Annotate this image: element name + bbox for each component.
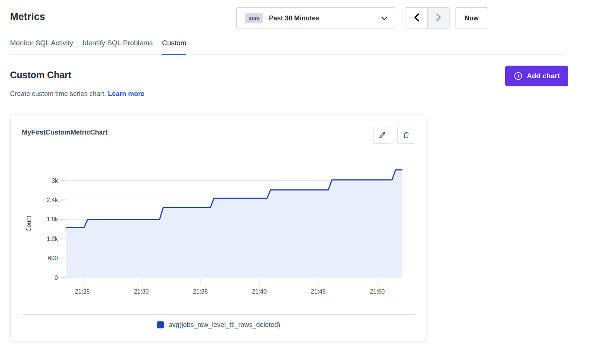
svg-text:21:40: 21:40 (252, 288, 267, 295)
tab-custom[interactable]: Custom (162, 38, 186, 54)
tab-bar: Monitor SQL Activity Identify SQL Proble… (10, 38, 565, 55)
svg-text:1.8k: 1.8k (47, 216, 58, 222)
prev-time-button[interactable] (405, 8, 428, 29)
legend-divider (22, 314, 415, 315)
next-time-button[interactable] (428, 8, 450, 29)
add-chart-button[interactable]: Add chart (505, 66, 568, 86)
chart-card-title: MyFirstCustomMetricChart (22, 129, 108, 136)
plus-circle-icon (514, 72, 523, 80)
svg-text:0: 0 (55, 275, 58, 281)
legend-swatch (157, 321, 164, 328)
chart-legend: avg(jobs_row_level_ttl_rows_deleted) (11, 321, 427, 329)
chart-card-actions (374, 126, 415, 144)
custom-metric-chart: 06001.2k1.8k2.4k3k21:2521:3021:3521:4021… (22, 152, 417, 304)
section-description: Create custom time series chart. Learn m… (10, 90, 144, 98)
now-button-label: Now (465, 14, 479, 22)
svg-text:21:25: 21:25 (75, 288, 90, 295)
time-range-select[interactable]: 30m Past 30 Minutes (236, 7, 396, 29)
time-range-label: Past 30 Minutes (269, 14, 319, 22)
chevron-right-icon (436, 13, 442, 23)
time-range-badge: 30m (245, 13, 263, 23)
svg-text:21:30: 21:30 (134, 288, 149, 295)
legend-label: avg(jobs_row_level_ttl_rows_deleted) (168, 321, 280, 329)
edit-chart-button[interactable] (374, 126, 391, 144)
svg-text:600: 600 (48, 255, 58, 261)
metrics-page: Metrics 30m Past 30 Minutes Now Monitor … (0, 0, 612, 364)
tab-identify-sql-problems[interactable]: Identify SQL Problems (82, 38, 152, 54)
time-pager (405, 7, 450, 29)
svg-text:21:45: 21:45 (311, 288, 326, 295)
svg-text:21:35: 21:35 (193, 288, 208, 295)
now-button[interactable]: Now (455, 7, 488, 29)
section-heading: Custom Chart (10, 70, 71, 80)
svg-text:1.2k: 1.2k (47, 236, 58, 242)
chevron-down-icon (381, 16, 388, 22)
page-title: Metrics (10, 11, 45, 23)
svg-text:2.4k: 2.4k (47, 197, 58, 203)
svg-text:Count: Count (26, 216, 32, 232)
svg-text:21:50: 21:50 (370, 288, 385, 295)
add-chart-label: Add chart (527, 72, 560, 80)
trash-icon (402, 130, 411, 139)
chart-card: MyFirstCustomMetricChart (10, 115, 427, 341)
learn-more-link[interactable]: Learn more (108, 90, 144, 97)
tab-monitor-sql-activity[interactable]: Monitor SQL Activity (10, 38, 73, 54)
svg-text:3k: 3k (52, 178, 58, 184)
chevron-left-icon (414, 13, 419, 23)
pencil-icon (378, 130, 387, 139)
delete-chart-button[interactable] (397, 126, 415, 144)
section-description-text: Create custom time series chart. (10, 90, 106, 97)
